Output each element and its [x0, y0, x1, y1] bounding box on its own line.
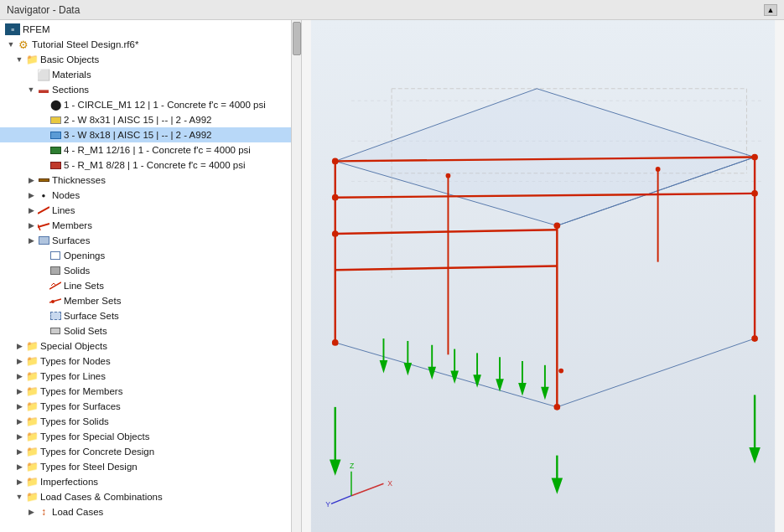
svg-point-33 [332, 230, 339, 237]
svg-text:Y: Y [325, 500, 330, 509]
svg-point-30 [553, 223, 560, 230]
arrow-basic-objects: ▼ [13, 55, 25, 64]
title-bar-text: Navigator - Data [7, 4, 80, 16]
arrow-types-members: ▶ [13, 387, 25, 395]
label-types-surfaces: Types for Surfaces [40, 401, 121, 411]
label-sec3: 3 - W 8x18 | AISC 15 | -- | 2 - A992 [64, 130, 211, 140]
thickness-icon [37, 173, 50, 187]
node-icon: ● [37, 189, 50, 202]
label-sec1: 1 - CIRCLE_M1 12 | 1 - Concrete f'c = 40… [64, 100, 266, 110]
solid-icon [49, 264, 62, 277]
tree-item-imperfections[interactable]: ▶ 📁 Imperfections [0, 474, 301, 489]
tree-item-load-cases[interactable]: ▶ ↕ Load Cases [0, 504, 301, 519]
viewport[interactable]: X Z Y [302, 20, 784, 532]
arrow-types-steel: ▶ [13, 462, 25, 471]
label-types-concrete: Types for Concrete Design [40, 447, 154, 457]
tree-item-project[interactable]: ▼ ⚙ Tutorial Steel Design.rf6* [0, 37, 301, 52]
label-load-cases-combos: Load Cases & Combinations [40, 492, 163, 502]
arrow-types-special: ▶ [13, 432, 25, 441]
arrow-load-cases-combos: ▼ [13, 493, 25, 501]
arrow-lines: ▶ [25, 206, 37, 214]
folder-icon: 📁 [25, 415, 39, 428]
memberset-icon [49, 294, 62, 307]
project-icon: ⚙ [17, 38, 30, 51]
folder-icon: 📁 [25, 430, 39, 443]
tree-item-lines[interactable]: ▶ Lines [0, 203, 301, 218]
tree-item-solidsets[interactable]: Solid Sets [0, 323, 301, 338]
scroll-thumb[interactable] [293, 22, 301, 55]
tree-item-sec2[interactable]: 2 - W 8x31 | AISC 15 | -- | 2 - A992 [0, 112, 301, 127]
tree-item-surfacesets[interactable]: Surface Sets [0, 308, 301, 323]
tree-item-basic-objects[interactable]: ▼ 📁 Basic Objects [0, 52, 301, 67]
label-sections: Sections [52, 85, 89, 95]
rfem-label: RFEM [23, 24, 50, 34]
folder-icon: 📁 [25, 400, 39, 413]
arrow-types-surfaces: ▶ [13, 402, 25, 411]
arrow-types-lines: ▶ [13, 372, 25, 380]
line-icon [37, 204, 50, 217]
tree-item-types-special[interactable]: ▶ 📁 Types for Special Objects [0, 429, 301, 444]
tree-item-special-objects[interactable]: ▶ 📁 Special Objects [0, 338, 301, 354]
tree-item-rfem[interactable]: ≡ RFEM [0, 22, 301, 37]
tree-item-load-cases-combos[interactable]: ▼ 📁 Load Cases & Combinations [0, 489, 301, 504]
tree-item-types-solids[interactable]: ▶ 📁 Types for Solids [0, 414, 301, 429]
svg-point-31 [332, 194, 339, 201]
label-thicknesses: Thicknesses [52, 175, 106, 185]
label-nodes: Nodes [52, 190, 80, 200]
tree-item-sec5[interactable]: 5 - R_M1 8/28 | 1 - Concrete f'c = 4000 … [0, 158, 301, 173]
arrow-load-cases: ▶ [25, 508, 37, 516]
tree-item-types-members[interactable]: ▶ 📁 Types for Members [0, 384, 301, 399]
folder-icon: 📁 [25, 53, 39, 66]
tree-item-thicknesses[interactable]: ▶ Thicknesses [0, 173, 301, 188]
folder-icon: 📁 [25, 385, 39, 398]
tree-item-types-lines[interactable]: ▶ 📁 Types for Lines [0, 369, 301, 384]
solidset-icon [49, 324, 62, 338]
left-panel: ≡ RFEM ▼ ⚙ Tutorial Steel Design.rf6* ▼ … [0, 20, 302, 532]
svg-point-32 [751, 190, 758, 197]
tree-item-sec4[interactable]: 4 - R_M1 12/16 | 1 - Concrete f'c = 4000… [0, 142, 301, 158]
project-label: Tutorial Steel Design.rf6* [32, 39, 138, 49]
folder-icon: 📁 [25, 369, 39, 383]
label-basic-objects: Basic Objects [40, 54, 99, 65]
arrow-types-solids: ▶ [13, 417, 25, 426]
tree-item-materials[interactable]: ⬜ Materials [0, 67, 301, 82]
tree-item-types-steel[interactable]: ▶ 📁 Types for Steel Design [0, 459, 301, 474]
label-types-lines: Types for Lines [40, 371, 106, 381]
tree-item-types-surfaces[interactable]: ▶ 📁 Types for Surfaces [0, 399, 301, 414]
scrollbar[interactable] [291, 20, 301, 532]
label-sec4: 4 - R_M1 12/16 | 1 - Concrete f'c = 4000… [64, 145, 251, 155]
tree-item-surfaces[interactable]: ▶ Surfaces [0, 233, 301, 248]
tree-item-linesets[interactable]: Line Sets [0, 278, 301, 293]
tree-item-sec3[interactable]: 3 - W 8x18 | AISC 15 | -- | 2 - A992 [0, 127, 301, 142]
folder-icon: 📁 [25, 445, 39, 458]
load-icon: ↕ [37, 505, 50, 519]
tree-item-nodes[interactable]: ▶ ● Nodes [0, 188, 301, 203]
tree-item-sections[interactable]: ▼ ▬ Sections [0, 82, 301, 97]
lineset-icon [49, 279, 62, 292]
tree-item-solids[interactable]: Solids [0, 263, 301, 278]
surface-icon [37, 234, 50, 247]
label-types-steel: Types for Steel Design [40, 462, 138, 472]
tree-item-openings[interactable]: Openings [0, 248, 301, 263]
svg-point-35 [751, 335, 758, 342]
tree-item-membersets[interactable]: Member Sets [0, 293, 301, 308]
label-types-members: Types for Members [40, 386, 122, 396]
tree-item-sec1[interactable]: ⬤ 1 - CIRCLE_M1 12 | 1 - Concrete f'c = … [0, 97, 301, 112]
arrow-types-concrete: ▶ [13, 447, 25, 456]
rect-blue-icon [49, 128, 62, 142]
arrow-sections: ▼ [25, 85, 37, 94]
svg-point-29 [751, 154, 758, 161]
label-load-cases: Load Cases [52, 507, 103, 517]
label-solids: Solids [64, 266, 90, 276]
tree-item-types-nodes[interactable]: ▶ 📁 Types for Nodes [0, 354, 301, 369]
label-sec2: 2 - W 8x31 | AISC 15 | -- | 2 - A992 [64, 115, 211, 125]
tree-container[interactable]: ≡ RFEM ▼ ⚙ Tutorial Steel Design.rf6* ▼ … [0, 20, 301, 532]
arrow-members: ▶ [25, 221, 37, 230]
svg-point-57 [558, 369, 563, 374]
rect-yellow-icon [49, 113, 62, 127]
folder-icon: 📁 [25, 354, 39, 368]
tree-item-types-concrete[interactable]: ▶ 📁 Types for Concrete Design [0, 444, 301, 459]
member-icon [37, 219, 50, 232]
scroll-up-btn[interactable]: ▲ [764, 4, 777, 16]
tree-item-members[interactable]: ▶ Members [0, 218, 301, 233]
